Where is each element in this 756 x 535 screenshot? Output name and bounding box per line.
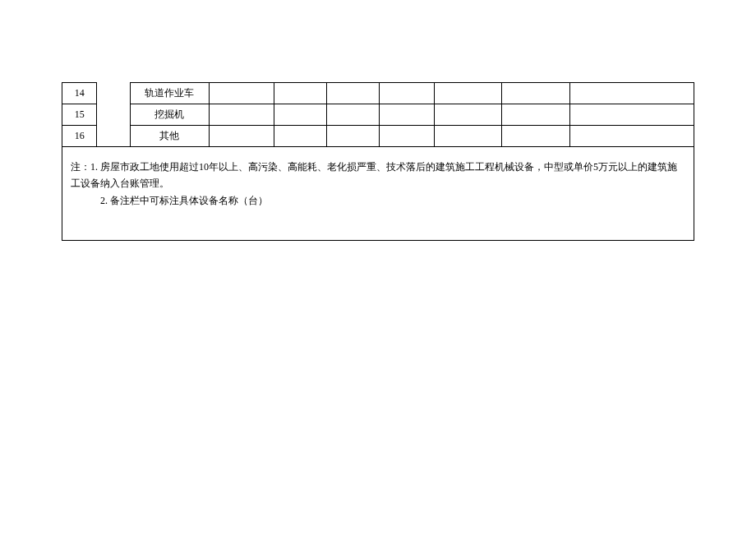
note-text: 备注栏中可标注具体设备名称（台） xyxy=(110,195,268,206)
cell-index: 16 xyxy=(62,126,97,147)
table-row: 16 其他 xyxy=(62,126,694,147)
cell-empty xyxy=(97,104,130,126)
cell-name: 其他 xyxy=(130,126,210,147)
page-content: 14 轨道作业车 15 挖掘机 xyxy=(0,0,756,241)
note-number: 2. xyxy=(100,195,108,206)
cell-empty xyxy=(502,83,570,104)
cell-empty xyxy=(327,126,380,147)
cell-empty xyxy=(380,83,434,104)
notes-cell: 注：1. 房屋市政工地使用超过10年以上、高污染、高能耗、老化损严重、技术落后的… xyxy=(62,147,694,241)
cell-index: 15 xyxy=(62,104,97,126)
cell-empty xyxy=(502,126,570,147)
table-row: 15 挖掘机 xyxy=(62,104,694,126)
cell-empty xyxy=(274,104,326,126)
cell-empty xyxy=(327,83,380,104)
note-number: 1. xyxy=(90,161,98,173)
cell-empty xyxy=(380,126,434,147)
cell-index: 14 xyxy=(62,83,97,104)
cell-empty xyxy=(569,126,694,147)
cell-empty xyxy=(434,104,502,126)
note-text: 房屋市政工地使用超过10年以上、高污染、高能耗、老化损严重、技术落后的建筑施工工… xyxy=(71,161,677,189)
cell-empty xyxy=(569,104,694,126)
cell-empty xyxy=(274,126,326,147)
note-line-1: 注：1. 房屋市政工地使用超过10年以上、高污染、高能耗、老化损严重、技术落后的… xyxy=(71,159,685,192)
note-prefix: 注： xyxy=(71,161,90,173)
cell-empty xyxy=(274,83,326,104)
equipment-table: 14 轨道作业车 15 挖掘机 xyxy=(62,82,694,241)
cell-empty xyxy=(380,104,434,126)
cell-empty xyxy=(327,104,380,126)
cell-empty xyxy=(434,83,502,104)
cell-empty xyxy=(210,83,274,104)
note-line-2: 2. 备注栏中可标注具体设备名称（台） xyxy=(100,192,685,209)
cell-empty xyxy=(210,104,274,126)
cell-empty xyxy=(210,126,274,147)
cell-empty xyxy=(97,126,130,147)
cell-name: 轨道作业车 xyxy=(130,83,210,104)
cell-name: 挖掘机 xyxy=(130,104,210,126)
table-row: 14 轨道作业车 xyxy=(62,83,694,104)
cell-empty xyxy=(502,104,570,126)
cell-empty xyxy=(434,126,502,147)
notes-row: 注：1. 房屋市政工地使用超过10年以上、高污染、高能耗、老化损严重、技术落后的… xyxy=(62,147,694,241)
cell-empty xyxy=(569,83,694,104)
cell-empty xyxy=(97,83,130,104)
